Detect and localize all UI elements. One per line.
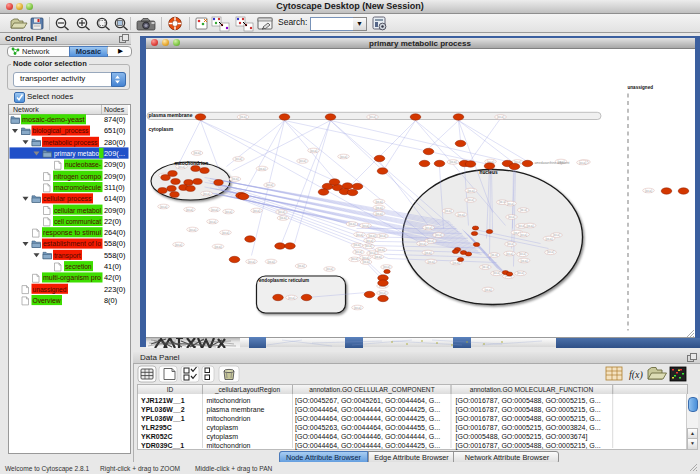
svg-text:mitochondrion: mitochondrion (207, 397, 251, 404)
svg-text:[GO:0045267, GO:0045261, GO:00: [GO:0045267, GO:0045261, GO:0044464, G..… (295, 397, 440, 405)
svg-text:YDR039C__1: YDR039C__1 (141, 442, 184, 449)
svg-text:[GO:0044464, GO:0044444, GO:00: [GO:0044464, GO:0044444, GO:0044425, G..… (295, 442, 440, 450)
svg-text:[GO:0044464, GO:0044444, GO:00: [GO:0044464, GO:0044444, GO:0044425, G..… (295, 415, 440, 423)
svg-text:annotation.GO CELLULAR_COMPONE: annotation.GO CELLULAR_COMPONENT (309, 386, 434, 394)
svg-text:cytoplasm: cytoplasm (207, 424, 239, 432)
svg-text:[GO:0005488, GO:0005215, GO:00: [GO:0005488, GO:0005215, GO:0003674] (456, 433, 588, 441)
svg-text:[GO:0016787, GO:0005215, GO:00: [GO:0016787, GO:0005215, GO:0003824, G..… (456, 424, 601, 432)
svg-text:[GO:0045263, GO:0044464, GO:00: [GO:0045263, GO:0044464, GO:0044455, G..… (295, 424, 440, 432)
svg-text:[GO:0016787, GO:0005488, GO:00: [GO:0016787, GO:0005488, GO:0005215, G..… (456, 415, 601, 423)
svg-text:annotation.GO MOLECULAR_FUNCTI: annotation.GO MOLECULAR_FUNCTION (470, 386, 594, 394)
svg-text:YPL036W__1: YPL036W__1 (141, 415, 185, 422)
svg-text:[GO:0016787, GO:0005488, GO:00: [GO:0016787, GO:0005488, GO:0005215, G..… (456, 406, 601, 414)
svg-text:_cellularLayoutRegion: _cellularLayoutRegion (214, 386, 281, 394)
svg-text:[GO:0016787, GO:0005488, GO:00: [GO:0016787, GO:0005488, GO:0005215, G..… (456, 442, 601, 450)
svg-text:ID: ID (167, 386, 174, 393)
svg-text:[GO:0044464, GO:0044446, GO:00: [GO:0044464, GO:0044446, GO:0044444, G..… (295, 433, 440, 441)
svg-text:cytoplasm: cytoplasm (207, 433, 239, 441)
svg-text:YPL036W__2: YPL036W__2 (141, 406, 185, 413)
svg-text:YLR295C: YLR295C (141, 424, 172, 431)
svg-text:YKR052C: YKR052C (141, 433, 173, 440)
svg-text:plasma membrane: plasma membrane (207, 406, 265, 414)
svg-text:YJR121W__1: YJR121W__1 (141, 397, 185, 404)
svg-text:mitochondrion: mitochondrion (207, 442, 251, 449)
svg-text:[GO:0044464, GO:0044444, GO:00: [GO:0044464, GO:0044444, GO:0044425, G..… (295, 406, 440, 414)
svg-text:mitochondrion: mitochondrion (207, 415, 251, 422)
svg-text:[GO:0016787, GO:0005488, GO:00: [GO:0016787, GO:0005488, GO:0005215, G..… (456, 397, 601, 405)
